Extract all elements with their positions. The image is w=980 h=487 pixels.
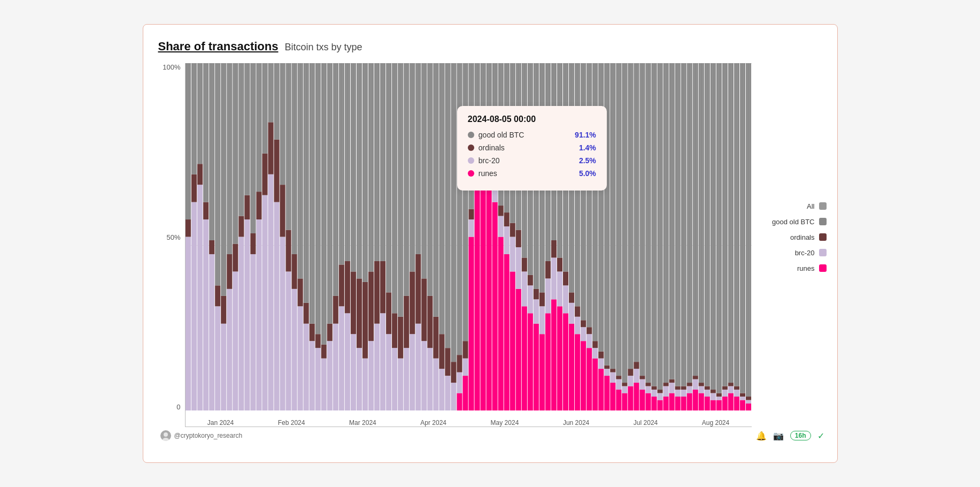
- svg-rect-28: [238, 216, 244, 237]
- svg-rect-334: [745, 404, 751, 410]
- svg-rect-54: [291, 289, 297, 410]
- svg-rect-291: [681, 390, 686, 397]
- svg-rect-329: [734, 63, 739, 386]
- svg-rect-191: [533, 299, 538, 323]
- svg-rect-335: [745, 400, 751, 404]
- svg-rect-143: [462, 359, 468, 376]
- time-badge[interactable]: 16h: [790, 431, 811, 440]
- legend: All good old BTC ordinals brc-20 runes: [752, 63, 827, 427]
- svg-rect-116: [410, 63, 415, 271]
- svg-rect-167: [498, 216, 503, 237]
- tooltip-row-ordinals: ordinals 1.4%: [468, 143, 596, 152]
- svg-rect-96: [374, 324, 380, 410]
- svg-rect-12: [209, 254, 214, 410]
- svg-rect-7: [197, 164, 203, 185]
- svg-rect-327: [734, 390, 739, 397]
- svg-rect-30: [244, 219, 250, 410]
- svg-rect-266: [645, 393, 651, 410]
- svg-rect-270: [651, 397, 657, 410]
- x-label-mar: Mar 2024: [349, 419, 376, 427]
- svg-rect-144: [462, 341, 468, 358]
- svg-rect-175: [510, 237, 515, 272]
- svg-rect-101: [380, 63, 385, 261]
- legend-item-brc20: brc-20: [762, 249, 827, 257]
- x-label-feb: Feb 2024: [278, 419, 305, 427]
- svg-rect-120: [421, 341, 427, 410]
- svg-rect-170: [504, 254, 509, 410]
- svg-rect-68: [315, 63, 320, 334]
- svg-rect-200: [545, 261, 550, 278]
- svg-rect-77: [333, 63, 338, 296]
- svg-rect-134: [445, 63, 450, 348]
- svg-rect-44: [268, 63, 273, 122]
- svg-rect-211: [563, 285, 568, 313]
- svg-rect-296: [686, 383, 692, 386]
- chart-footer: @cryptokoryo_research 🔔 📷 16h ✓: [158, 430, 827, 441]
- svg-rect-178: [515, 289, 521, 410]
- legend-dot-all: [819, 202, 827, 210]
- svg-rect-215: [569, 303, 574, 324]
- svg-rect-4: [191, 174, 197, 202]
- svg-rect-303: [698, 386, 704, 393]
- svg-rect-122: [421, 63, 427, 278]
- legend-label-brc20: brc-20: [795, 249, 815, 257]
- svg-rect-222: [581, 341, 586, 410]
- svg-rect-17: [215, 63, 220, 285]
- svg-rect-258: [634, 383, 639, 410]
- svg-rect-225: [581, 63, 586, 320]
- svg-rect-51: [285, 271, 291, 410]
- svg-rect-158: [486, 161, 491, 410]
- avatar: [160, 430, 171, 441]
- svg-rect-64: [309, 324, 314, 341]
- svg-rect-180: [515, 230, 521, 247]
- svg-rect-304: [698, 383, 704, 386]
- attribution-handle: @cryptokoryo_research: [174, 432, 243, 439]
- svg-rect-111: [404, 348, 409, 410]
- svg-rect-62: [303, 63, 308, 303]
- bell-icon[interactable]: 🔔: [756, 431, 767, 441]
- svg-rect-321: [722, 63, 727, 386]
- svg-rect-280: [663, 383, 668, 386]
- svg-rect-37: [256, 192, 261, 219]
- svg-rect-130: [439, 334, 444, 369]
- svg-rect-78: [338, 306, 344, 410]
- svg-rect-264: [639, 376, 645, 379]
- svg-rect-126: [433, 359, 438, 410]
- svg-rect-252: [622, 383, 627, 386]
- svg-rect-186: [527, 313, 533, 410]
- svg-rect-98: [374, 63, 380, 261]
- svg-rect-323: [728, 386, 733, 393]
- svg-rect-25: [233, 244, 238, 271]
- legend-label-btc: good old BTC: [772, 218, 815, 226]
- svg-rect-24: [233, 271, 238, 410]
- svg-rect-3: [191, 202, 197, 410]
- svg-rect-246: [616, 390, 621, 410]
- svg-rect-133: [445, 348, 450, 376]
- svg-rect-188: [527, 275, 533, 285]
- svg-rect-22: [227, 254, 232, 289]
- svg-rect-305: [698, 63, 704, 383]
- svg-rect-88: [356, 278, 361, 348]
- svg-rect-166: [498, 237, 503, 411]
- svg-rect-207: [557, 271, 562, 306]
- svg-rect-332: [739, 393, 745, 397]
- svg-rect-290: [681, 397, 686, 410]
- svg-rect-227: [587, 334, 592, 348]
- svg-rect-248: [616, 376, 621, 379]
- svg-rect-228: [587, 327, 592, 334]
- svg-rect-330: [739, 400, 745, 410]
- x-label-jul: Jul 2024: [634, 419, 658, 427]
- tooltip-value-brc20: 2.5%: [579, 156, 596, 165]
- svg-rect-278: [663, 397, 668, 410]
- svg-rect-239: [604, 369, 609, 376]
- camera-icon[interactable]: 📷: [773, 431, 784, 441]
- svg-rect-298: [692, 390, 698, 410]
- svg-rect-93: [368, 341, 373, 410]
- svg-rect-204: [551, 240, 556, 257]
- svg-rect-99: [380, 313, 385, 410]
- svg-rect-183: [521, 271, 527, 306]
- svg-rect-56: [291, 63, 297, 254]
- svg-rect-302: [698, 393, 704, 410]
- svg-rect-142: [462, 376, 468, 410]
- svg-rect-184: [521, 257, 527, 271]
